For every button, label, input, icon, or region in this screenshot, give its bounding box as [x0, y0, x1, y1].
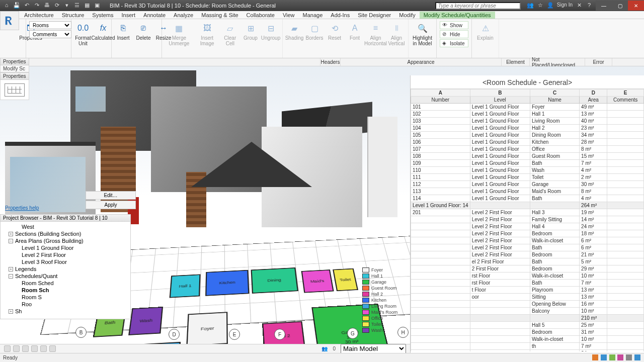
table-cell[interactable] [411, 336, 470, 343]
table-cell[interactable] [607, 294, 644, 301]
qat-home-icon[interactable]: ⌂ [3, 2, 10, 9]
table-cell[interactable]: Level 1 Ground Floor [470, 188, 530, 195]
tree-item[interactable]: −Area Plans (Gross Building) [4, 237, 128, 244]
schedule-table[interactable]: ABCDE NumberLevelNameAreaComments 101Lev… [411, 89, 644, 351]
table-row[interactable]: om24 m² [411, 350, 644, 352]
table-cell[interactable]: Hall 2 [530, 125, 579, 132]
browser-title[interactable]: Project Browser - BIM - Revit 3D Tutoria… [1, 215, 130, 222]
grid-bubble[interactable]: F [274, 329, 285, 340]
table-cell[interactable]: 4 m² [580, 195, 607, 202]
qat-more-icon[interactable]: ▾ [63, 2, 70, 9]
insert-column-button[interactable]: ⎘Insert [115, 21, 132, 41]
isolate-button[interactable]: ◈Isolate [440, 39, 468, 47]
table-row[interactable]: 112Level 1 Ground FloorGarage30 m² [411, 181, 644, 188]
qat-save-icon[interactable]: 💾 [13, 2, 20, 9]
table-cell[interactable] [470, 329, 530, 336]
table-cell[interactable]: 19 m² [580, 209, 607, 216]
table-row[interactable]: 108Level 1 Ground FloorGuest Room15 m² [411, 153, 644, 160]
table-cell[interactable] [411, 294, 470, 301]
tree-item[interactable]: Level 1 Ground Floor [4, 244, 128, 251]
tree-item[interactable]: +Sh [4, 308, 128, 315]
grid-bubble[interactable]: H [397, 327, 409, 338]
table-cell[interactable]: 102 [411, 111, 470, 118]
table-cell[interactable] [607, 329, 644, 336]
table-cell[interactable]: 2 First Floor [470, 265, 530, 273]
table-cell[interactable]: Bath [530, 160, 579, 167]
column-header[interactable]: Level [470, 97, 530, 104]
table-cell[interactable]: Garage [530, 181, 579, 188]
table-cell[interactable]: Level 1 Ground Floor [470, 160, 530, 167]
table-row[interactable]: oorSitting13 m² [411, 294, 644, 301]
table-cell[interactable] [607, 111, 644, 118]
table-cell[interactable]: 7 m² [580, 160, 607, 167]
table-row[interactable]: 102Level 1 Ground FloorHall 113 m² [411, 111, 644, 118]
type-selector[interactable] [0, 80, 29, 100]
table-cell[interactable]: 23 m² [580, 125, 607, 132]
table-cell[interactable] [470, 301, 530, 308]
qat-icon[interactable]: ▣ [94, 2, 101, 9]
table-cell[interactable]: Hall 1 [530, 111, 579, 118]
signin-label[interactable]: Sign In [557, 2, 573, 9]
room-foyer[interactable]: Foyer [186, 312, 228, 346]
window-close[interactable]: ✕ [628, 1, 644, 11]
column-header[interactable]: Name [530, 97, 579, 104]
table-cell[interactable]: th [530, 343, 579, 350]
table-cell[interactable] [607, 343, 644, 350]
table-cell[interactable]: 8 m² [580, 146, 607, 153]
table-row[interactable]: 113Level 1 Ground FloorMaid's Room8 m² [411, 188, 644, 195]
table-cell[interactable]: Guest Room [530, 153, 579, 160]
table-row[interactable]: Balcony10 m² [411, 308, 644, 315]
column-letter[interactable]: A [411, 89, 470, 97]
column-letter[interactable]: E [607, 89, 644, 97]
table-cell[interactable]: Bedroom [530, 329, 579, 336]
table-cell[interactable]: Opening Below [530, 301, 579, 308]
table-cell[interactable] [607, 139, 644, 146]
table-cell[interactable]: 7 m² [580, 343, 607, 350]
table-cell[interactable] [607, 216, 644, 223]
room-dining[interactable]: Dining [251, 267, 298, 294]
table-cell[interactable]: Level 1 Ground Floor [470, 195, 530, 202]
tree-item[interactable]: +Legends [4, 265, 128, 273]
ribbon-tab-manage[interactable]: Manage [299, 12, 327, 19]
crop-icon[interactable] [49, 345, 56, 352]
comments-dropdown[interactable]: Comments [29, 30, 71, 38]
table-cell[interactable]: Living Room [530, 118, 579, 125]
table-row[interactable]: t FloorPlayroom13 m² [411, 287, 644, 294]
column-letter[interactable]: D [580, 89, 607, 97]
table-cell[interactable] [607, 287, 644, 294]
table-cell[interactable]: 28 m² [580, 139, 607, 146]
table-cell[interactable] [607, 258, 644, 265]
shadow-icon[interactable] [40, 345, 47, 352]
table-cell[interactable]: 18 m² [580, 230, 607, 237]
qat-undo-icon[interactable]: ↶ [23, 2, 30, 9]
grid-bubble[interactable]: B [75, 327, 87, 338]
table-cell[interactable]: Walk-in-closet [530, 273, 579, 280]
explain-button[interactable]: ⚠Explain [475, 21, 496, 41]
highlight-button[interactable]: 🔍Highlight in Model [412, 21, 433, 46]
table-cell[interactable]: Level 1 Ground Floor [470, 132, 530, 139]
table-cell[interactable] [607, 118, 644, 125]
font-button[interactable]: AFont [346, 21, 363, 41]
table-cell[interactable]: 2 m² [580, 174, 607, 181]
table-cell[interactable]: 109 [411, 160, 470, 167]
table-cell[interactable] [607, 174, 644, 181]
table-cell[interactable] [411, 265, 470, 273]
table-cell[interactable]: Level 2 First Floor [470, 244, 530, 251]
search-input[interactable] [435, 2, 521, 10]
column-header[interactable]: Area [580, 97, 607, 104]
qat-sync-icon[interactable]: ⟳ [53, 2, 60, 9]
table-cell[interactable]: Hall 5 [530, 322, 579, 329]
drag-icon[interactable] [626, 354, 632, 360]
select-icon[interactable] [592, 354, 598, 360]
qat-print-icon[interactable]: 🖶 [43, 2, 50, 9]
table-cell[interactable]: Maid's Room [530, 188, 579, 195]
collapse-icon[interactable]: − [9, 239, 13, 243]
grid-bubble[interactable]: D [169, 329, 180, 340]
table-cell[interactable] [411, 244, 470, 251]
table-cell[interactable] [411, 237, 470, 244]
pin-icon[interactable] [617, 354, 623, 360]
window-maximize[interactable]: ▢ [612, 1, 628, 11]
table-cell[interactable]: Level 1 Ground Floor [470, 146, 530, 153]
table-cell[interactable]: 30 m² [580, 181, 607, 188]
table-cell[interactable]: Office [530, 146, 579, 153]
